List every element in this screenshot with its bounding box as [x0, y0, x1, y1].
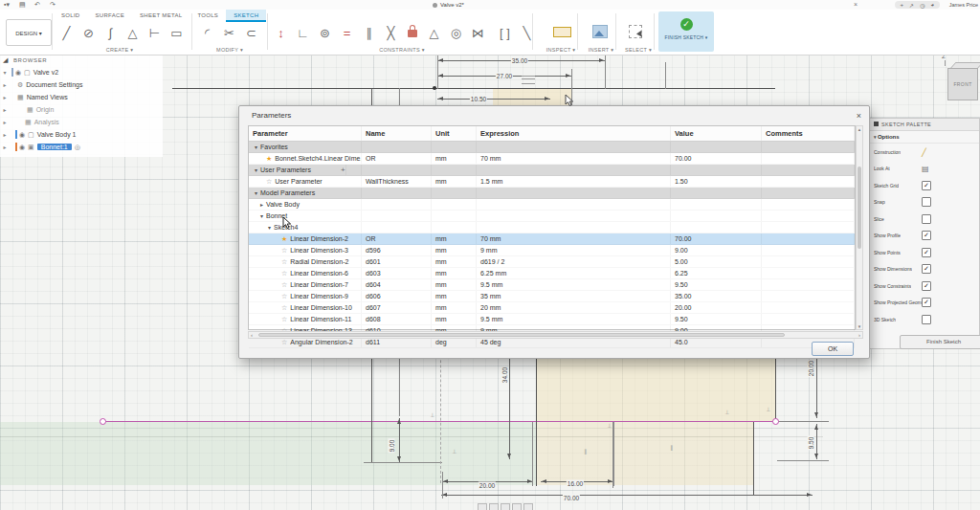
value-cell[interactable] [671, 142, 762, 152]
dimension-label[interactable]: 9.50 [808, 436, 814, 451]
checkbox-show-projected-geometries[interactable]: ✓ [922, 298, 931, 307]
value-cell[interactable]: 1.50 [671, 176, 762, 187]
construction-endpoint[interactable] [772, 418, 779, 425]
dialog-close-icon[interactable]: × [857, 110, 861, 122]
value-cell[interactable] [671, 222, 762, 233]
value-cell[interactable]: 35.00 [671, 291, 762, 301]
checkbox-sketch-grid[interactable]: ✓ [922, 181, 931, 190]
rectangle-icon[interactable]: ▭ [166, 22, 188, 45]
favorite-star-icon[interactable]: ★ [266, 155, 272, 162]
parameter-row[interactable]: ☆Linear Dimension-11d608mm9.5 mm9.50 [249, 314, 855, 325]
scroll-up-icon[interactable]: ▴ [857, 126, 862, 132]
checkbox-snap[interactable] [922, 197, 931, 207]
finish-sketch-button[interactable]: ✓ FINISH SKETCH ▾ [658, 11, 714, 52]
expander-icon[interactable]: ▸ [0, 119, 10, 125]
chevron-down-icon[interactable]: ▾ [255, 167, 257, 173]
column-header-comments[interactable]: Comments [762, 126, 855, 141]
checkbox-show-profile[interactable]: ✓ [922, 231, 931, 240]
lock-icon[interactable] [408, 30, 417, 37]
checkbox-show-dimensions[interactable]: ✓ [922, 264, 931, 274]
slot-icon[interactable]: ⊢ [144, 22, 166, 45]
checkbox-3d-sketch[interactable] [922, 315, 931, 324]
parameter-row[interactable]: ☆Linear Dimension-7d604mm9.5 mm9.50 [249, 279, 855, 291]
expander-icon[interactable]: ▾ [0, 69, 10, 76]
browser-item-origin[interactable]: ▸▦Origin [0, 103, 163, 116]
value-cell[interactable]: 9.50 [671, 314, 762, 324]
expression-cell[interactable]: 1.5 mm [477, 176, 671, 187]
favorite-star-icon[interactable]: ☆ [281, 304, 287, 311]
dimension-label[interactable]: 34.00 [501, 366, 508, 384]
favorite-star-icon[interactable]: ☆ [281, 316, 287, 322]
parameter-row[interactable]: ★Bonnet.Sketch4.Linear Dime...ORmm70 mm7… [249, 153, 855, 165]
dimension-grip-icon[interactable] [522, 76, 535, 84]
dimension-label[interactable]: 16.00 [567, 480, 584, 487]
expression-cell[interactable]: d619 / 2 [477, 256, 671, 267]
checkbox-slice[interactable] [922, 214, 931, 224]
tab-sheet-metal[interactable]: SHEET METAL [132, 10, 189, 22]
design-workspace-dropdown[interactable]: DESIGN ▾ [6, 19, 52, 46]
navbar-icon[interactable] [512, 503, 522, 510]
expander-icon[interactable]: ▸ [0, 94, 10, 100]
value-cell[interactable]: 9.50 [671, 279, 762, 290]
expression-cell[interactable]: 20 mm [477, 302, 671, 313]
mirror-icon[interactable]: ╲ [516, 22, 538, 45]
expression-cell[interactable] [477, 211, 671, 221]
redo-icon[interactable]: ↷ [50, 0, 56, 10]
eye-icon[interactable]: ◉ [19, 131, 25, 139]
parameter-group-row[interactable]: ▾Sketch4 [249, 222, 855, 233]
column-header-value[interactable]: Value [671, 126, 762, 141]
viewcube-front-face[interactable]: FRONT [947, 68, 978, 100]
user-name[interactable]: James Price [949, 0, 978, 10]
expander-icon[interactable]: ▸ [0, 106, 10, 113]
expander-icon[interactable]: ▸ [0, 81, 10, 88]
share-icon[interactable]: ↗ [909, 2, 914, 9]
dimension-label[interactable]: 20.00 [479, 482, 496, 489]
parameter-group-row[interactable]: ▸Valve Body [249, 199, 855, 211]
undo-icon[interactable]: ↶ [34, 0, 40, 10]
trim-icon[interactable]: ✂ [218, 22, 240, 45]
chevron-right-icon[interactable]: ▸ [260, 202, 263, 208]
group-label-select[interactable]: SELECT ▾ [619, 46, 657, 54]
ok-button[interactable]: OK [812, 342, 854, 356]
parameter-row[interactable]: ★Linear Dimension-2ORmm70 mm70.00 [249, 233, 855, 245]
expression-cell[interactable]: 6.25 mm [477, 268, 671, 278]
eye-icon[interactable]: ◉ [15, 69, 21, 77]
chevron-down-icon[interactable]: ▾ [268, 225, 271, 231]
select-icon[interactable] [629, 25, 642, 38]
construction-endpoint[interactable] [100, 418, 106, 425]
notifications-icon[interactable]: ◕ [930, 2, 934, 8]
tab-solid[interactable]: SOLID [54, 10, 88, 22]
equal-icon[interactable]: = [336, 22, 358, 45]
circle-icon[interactable]: ⊘ [78, 22, 100, 45]
perpendicular-icon[interactable]: ╳ [380, 22, 402, 45]
favorite-star-icon[interactable]: ★ [281, 235, 287, 242]
expander-icon[interactable]: ▸ [0, 144, 10, 150]
add-icon[interactable]: + [901, 2, 904, 8]
expression-cell[interactable] [477, 188, 671, 198]
dimension-label[interactable]: 70.00 [563, 495, 580, 501]
finish-sketch-palette-button[interactable]: Finish Sketch [900, 335, 980, 349]
tab-surface[interactable]: SURFACE [88, 10, 132, 22]
browser-header[interactable]: ◢BROWSER [0, 55, 163, 66]
offset-icon[interactable]: ⊂ [240, 22, 262, 45]
vertical-scrollbar[interactable]: ▴ ▾ [856, 125, 863, 330]
expression-cell[interactable]: 9.5 mm [477, 279, 671, 290]
expression-cell[interactable] [477, 142, 671, 152]
chevron-down-icon[interactable]: ▾ [260, 213, 263, 219]
value-cell[interactable] [671, 165, 762, 175]
column-header-expression[interactable]: Expression [477, 126, 671, 141]
look-at-icon[interactable]: ▤ [922, 165, 929, 173]
value-cell[interactable] [671, 188, 762, 198]
polygon-icon[interactable]: △ [122, 22, 144, 45]
parameter-section-row[interactable]: ▾User Parameters+ [249, 165, 855, 176]
spline-icon[interactable]: ∫ [100, 22, 122, 45]
favorite-star-icon[interactable]: ☆ [281, 270, 287, 277]
sketch-dimension-icon[interactable]: ↕ [270, 22, 292, 45]
chevron-down-icon[interactable]: ▾ [255, 144, 257, 150]
value-cell[interactable] [671, 211, 762, 221]
palette-options-section[interactable]: ▾ Options [870, 131, 979, 144]
navbar-icon[interactable] [489, 503, 499, 510]
column-header-name[interactable]: Name [362, 126, 432, 141]
checkbox-show-constraints[interactable]: ✓ [922, 281, 931, 291]
parameter-row[interactable]: ☆Linear Dimension-9d606mm35 mm35.00 [249, 291, 855, 302]
